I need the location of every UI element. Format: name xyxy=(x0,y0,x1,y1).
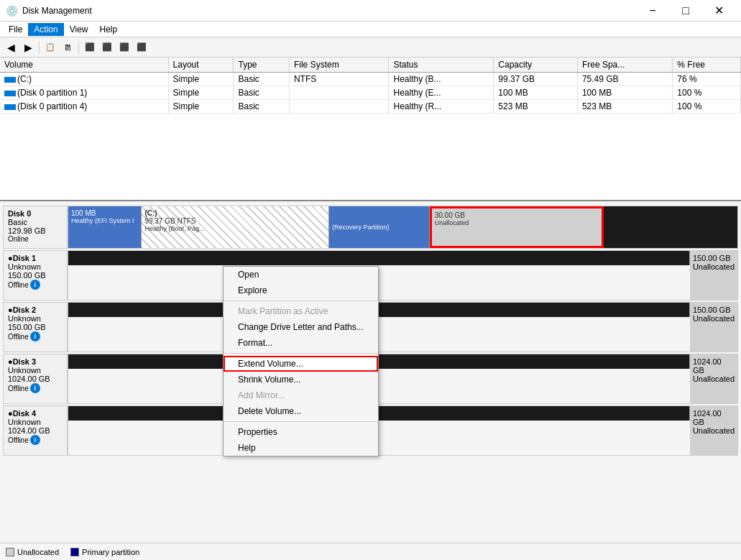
legend-primary: Primary partition xyxy=(70,548,139,556)
menu-help[interactable]: Help xyxy=(94,23,124,36)
legend-unalloc-box xyxy=(6,548,14,556)
disk0-row: Disk 0 Basic 129.98 GB Online 100 MB Hea… xyxy=(3,206,738,249)
toolbar-btn5[interactable]: ⬛ xyxy=(116,40,132,55)
toolbar-sep1 xyxy=(39,41,40,54)
disk4-status: Offline i xyxy=(8,435,63,445)
context-mark-active: Mark Partition as Active xyxy=(224,303,378,319)
context-open[interactable]: Open xyxy=(224,267,378,283)
disk2-name: ●Disk 2 xyxy=(8,306,63,314)
disk2-unalloc[interactable]: 150.00 GB Unallocated xyxy=(690,303,737,352)
disk4-part1[interactable] xyxy=(68,406,690,421)
disk1-unalloc[interactable]: 150.00 GB Unallocated xyxy=(690,251,737,300)
context-menu: Open Explore Mark Partition as Active Ch… xyxy=(223,266,379,456)
disk3-size: 1024.00 GB xyxy=(8,375,63,383)
disk2-label: ●Disk 2 Unknown 150.00 GB Offline i xyxy=(3,302,68,352)
toolbar-btn3[interactable]: ⬛ xyxy=(82,40,98,55)
context-sep2 xyxy=(224,353,378,354)
disk0-label: Disk 0 Basic 129.98 GB Online xyxy=(3,206,68,249)
cell-capacity: 99.37 GB xyxy=(494,73,578,86)
disk3-name: ●Disk 3 xyxy=(8,357,63,366)
context-help[interactable]: Help xyxy=(224,440,378,456)
disk3-unalloc-label: Unallocated xyxy=(693,375,735,383)
menu-file[interactable]: File xyxy=(3,23,28,36)
disk3-unalloc-size: 1024.00 GB xyxy=(693,357,735,375)
table-row[interactable]: (Disk 0 partition 1) Simple Basic Health… xyxy=(0,86,741,100)
minimize-button[interactable]: − xyxy=(636,0,669,22)
cell-free: 100 MB xyxy=(577,86,672,100)
cell-free: 523 MB xyxy=(577,100,672,114)
context-delete[interactable]: Delete Volume... xyxy=(224,403,378,419)
disk4-label: ●Disk 4 Unknown 1024.00 GB Offline i xyxy=(3,405,68,456)
disk1-type: Unknown xyxy=(8,262,63,271)
col-layout: Layout xyxy=(168,58,234,73)
disk0-partitions: 100 MB Healthy (EFI System I (C:) 99.37 … xyxy=(68,206,738,249)
disk4-unalloc[interactable]: 1024.00 GB Unallocated xyxy=(690,406,737,455)
disk2-status: Offline i xyxy=(8,331,63,341)
toolbar-btn2[interactable]: 🖹 xyxy=(60,40,75,55)
disk1-unalloc-size: 150.00 GB xyxy=(693,254,735,262)
disk0-part3[interactable]: (Recovery Partition) xyxy=(329,206,430,248)
disk1-partitions: 150.00 GB Unallocated xyxy=(68,250,738,300)
disk1-name: ●Disk 1 xyxy=(8,254,63,262)
disk0-part2[interactable]: (C:) 99.37 GB NTFS Healthy (Boot, Pag... xyxy=(142,206,329,248)
disk1-part1[interactable] xyxy=(68,251,690,265)
col-fs: File System xyxy=(289,58,389,73)
title-bar-left: 💿 Disk Management xyxy=(6,5,92,17)
context-sep3 xyxy=(224,421,378,422)
context-properties[interactable]: Properties xyxy=(224,424,378,440)
context-explore[interactable]: Explore xyxy=(224,283,378,298)
disk4-partitions: 1024.00 GB Unallocated xyxy=(68,405,738,456)
legend: Unallocated Primary partition xyxy=(0,543,741,560)
table-row[interactable]: (Disk 0 partition 4) Simple Basic Health… xyxy=(0,100,741,114)
disk4-info-icon: i xyxy=(30,435,40,445)
close-button[interactable]: ✕ xyxy=(702,0,735,22)
context-shrink[interactable]: Shrink Volume... xyxy=(224,372,378,387)
app-icon: 💿 xyxy=(6,5,18,17)
context-format[interactable]: Format... xyxy=(224,335,378,351)
toolbar-btn4[interactable]: ⬛ xyxy=(99,40,115,55)
cell-volume: (C:) xyxy=(0,73,168,86)
menu-view[interactable]: View xyxy=(64,23,94,36)
cell-layout: Simple xyxy=(168,100,234,114)
table-row[interactable]: (C:) Simple Basic NTFS Healthy (B... 99.… xyxy=(0,73,741,86)
col-pct: % Free xyxy=(673,58,741,73)
cell-type: Basic xyxy=(234,73,289,86)
toolbar-back[interactable]: ◀ xyxy=(3,40,19,55)
cell-capacity: 523 MB xyxy=(494,100,578,114)
disk1-size: 150.00 GB xyxy=(8,271,63,280)
disk3-type: Unknown xyxy=(8,366,63,375)
disk-view: Disk 0 Basic 129.98 GB Online 100 MB Hea… xyxy=(0,201,741,543)
disk2-part1[interactable] xyxy=(68,303,690,317)
disk4-unalloc-size: 1024.00 GB xyxy=(693,409,735,426)
volume-table: Volume Layout Type File System Status Ca… xyxy=(0,58,741,114)
disk0-black xyxy=(604,206,737,248)
disk3-unalloc[interactable]: 1024.00 GB Unallocated xyxy=(690,354,737,403)
disk2-type: Unknown xyxy=(8,314,63,323)
disk4-type: Unknown xyxy=(8,418,63,426)
menu-action[interactable]: Action xyxy=(28,23,63,36)
toolbar-btn1[interactable]: 📋 xyxy=(42,40,58,55)
maximize-button[interactable]: □ xyxy=(669,0,702,22)
cell-pct: 100 % xyxy=(673,86,741,100)
context-change-drive[interactable]: Change Drive Letter and Paths... xyxy=(224,319,378,335)
cell-status: Healthy (B... xyxy=(389,73,494,86)
legend-unallocated: Unallocated xyxy=(6,548,59,556)
toolbar-btn6[interactable]: ⬛ xyxy=(134,40,149,55)
disk0-status: Online xyxy=(8,235,63,243)
cell-layout: Simple xyxy=(168,73,234,86)
disk0-size: 129.98 GB xyxy=(8,226,63,235)
disk0-part1[interactable]: 100 MB Healthy (EFI System I xyxy=(68,206,142,248)
disk3-part1[interactable] xyxy=(68,354,690,369)
cell-status: Healthy (R... xyxy=(389,100,494,114)
cell-capacity: 100 MB xyxy=(494,86,578,100)
disk0-type: Basic xyxy=(8,218,63,226)
cell-pct: 76 % xyxy=(673,73,741,86)
volume-table-area: Volume Layout Type File System Status Ca… xyxy=(0,58,741,201)
disk3-status: Offline i xyxy=(8,383,63,393)
toolbar-forward[interactable]: ▶ xyxy=(20,40,36,55)
app-title: Disk Management xyxy=(22,6,92,16)
disk0-part4[interactable]: 30.00 GB Unallocated xyxy=(430,206,604,248)
context-extend[interactable]: Extend Volume... xyxy=(224,356,378,372)
cell-fs xyxy=(289,86,389,100)
disk2-unalloc-label: Unallocated xyxy=(693,314,735,323)
